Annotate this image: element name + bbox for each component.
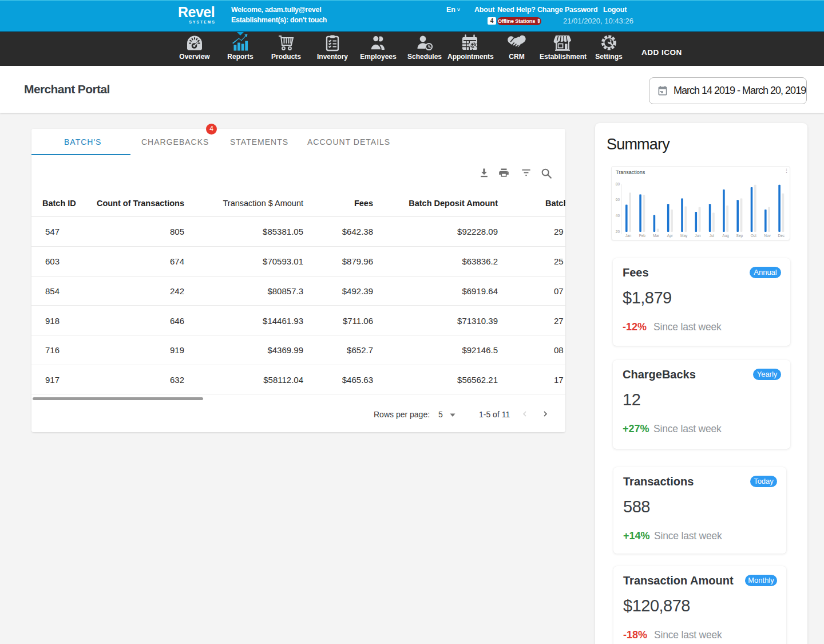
svg-text:60: 60: [616, 197, 620, 202]
svg-text:20: 20: [616, 230, 620, 234]
svg-text:May: May: [680, 234, 688, 238]
svg-text:Nov: Nov: [764, 234, 771, 238]
svg-text:Feb: Feb: [639, 234, 646, 238]
svg-text:Sep: Sep: [736, 234, 743, 238]
svg-text:Mar: Mar: [653, 234, 660, 238]
svg-text:Oct: Oct: [751, 234, 756, 238]
svg-text:80: 80: [616, 182, 620, 186]
svg-text:Jul: Jul: [710, 234, 715, 238]
svg-text:Apr: Apr: [667, 234, 674, 238]
svg-text:40: 40: [616, 214, 620, 218]
svg-text:Jun: Jun: [695, 234, 701, 238]
svg-text:Aug: Aug: [722, 234, 729, 238]
svg-text:Dec: Dec: [778, 234, 785, 238]
svg-text:Jan: Jan: [625, 234, 632, 238]
